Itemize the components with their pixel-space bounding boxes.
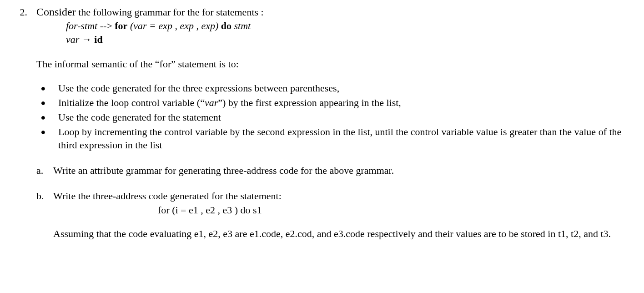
- grammar-rhs-2: id: [94, 34, 102, 45]
- grammar-do: do: [218, 20, 231, 31]
- grammar-for: for: [115, 20, 127, 31]
- question-body: Consider the following grammar for the f…: [36, 5, 635, 19]
- grammar-arrow-1: -->: [97, 20, 115, 31]
- part-b-text: Write the three-address code generated f…: [53, 189, 635, 203]
- bullet-icon: ●: [36, 112, 50, 123]
- bullet-text-1: Use the code generated for the three exp…: [50, 81, 635, 95]
- part-b: b. Write the three-address code generate…: [36, 189, 635, 241]
- bullet-icon: ●: [36, 97, 50, 108]
- bullet-text-4: Loop by incrementing the control variabl…: [50, 125, 635, 152]
- intro-rest: the following grammar for the for statem…: [76, 6, 264, 18]
- bullet2-var: var: [205, 97, 218, 108]
- grammar-line-2: var → id: [9, 33, 635, 46]
- grammar-line-1: for-stmt --> for (var = exp , exp , exp)…: [9, 19, 635, 33]
- part-a-body: Write an attribute grammar for generatin…: [53, 164, 635, 177]
- part-b-label: b.: [36, 189, 53, 203]
- bullet-text-3: Use the code generated for the statement: [50, 111, 635, 124]
- intro-consider: Consider: [36, 6, 76, 18]
- bullet-icon: ●: [36, 83, 50, 94]
- list-item: ● Loop by incrementing the control varia…: [36, 125, 635, 152]
- question-2: 2. Consider the following grammar for th…: [9, 5, 635, 19]
- part-b-code: for (i = e1 , e2 , e3 ) do s1: [53, 203, 635, 217]
- page: 2. Consider the following grammar for th…: [0, 0, 644, 293]
- list-item: ● Use the code generated for the stateme…: [36, 111, 635, 124]
- bullet-text-2: Initialize the loop control variable (“v…: [50, 96, 635, 110]
- list-item: ● Initialize the loop control variable (…: [36, 96, 635, 110]
- grammar-paren: (var = exp , exp , exp): [127, 20, 218, 31]
- semantics-list: ● Use the code generated for the three e…: [36, 81, 635, 152]
- grammar-lhs-2: var: [66, 34, 79, 45]
- bullet2-pre: Initialize the loop control variable (“: [58, 97, 205, 108]
- bullet2-post: ”) by the first expression appearing in …: [218, 97, 401, 108]
- grammar-lhs-1: for-stmt: [66, 20, 97, 31]
- part-a-label: a.: [36, 164, 53, 177]
- grammar-arrow-2: →: [79, 34, 94, 45]
- part-a: a. Write an attribute grammar for genera…: [36, 164, 635, 177]
- part-b-assume: Assuming that the code evaluating e1, e2…: [53, 227, 635, 241]
- bullet-icon: ●: [36, 126, 50, 137]
- grammar-stmt: stmt: [231, 20, 251, 31]
- list-item: ● Use the code generated for the three e…: [36, 81, 635, 95]
- question-number: 2.: [9, 5, 36, 19]
- informal-intro: The informal semantic of the “for” state…: [36, 57, 635, 71]
- part-b-body: Write the three-address code generated f…: [53, 189, 635, 241]
